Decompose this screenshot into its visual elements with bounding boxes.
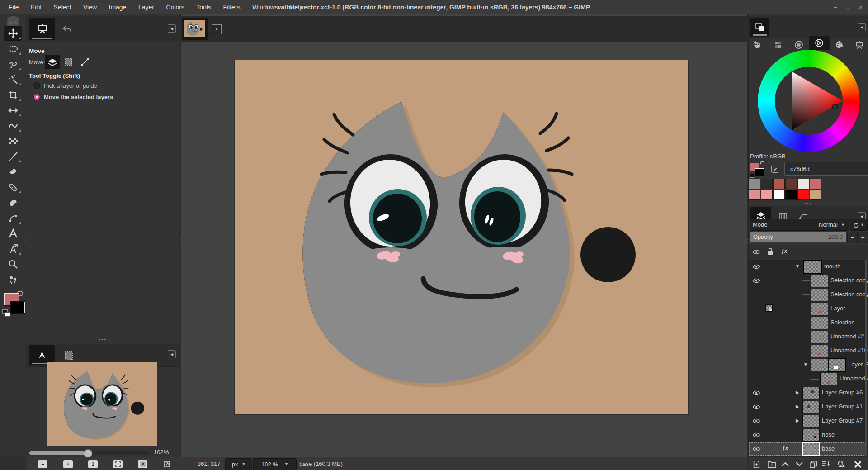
- layer-row[interactable]: Unnamed #19: [749, 344, 867, 358]
- image-canvas[interactable]: [235, 60, 688, 414]
- history-swatch[interactable]: [749, 179, 760, 189]
- tool-heal[interactable]: [4, 180, 22, 194]
- tool-flip[interactable]: [4, 104, 22, 117]
- tool-fuzzy-select[interactable]: [4, 73, 22, 86]
- swap-colors-icon[interactable]: [760, 161, 765, 166]
- layer-name[interactable]: nose: [822, 431, 835, 438]
- opacity-slider[interactable]: Opacity 100.0: [750, 232, 846, 242]
- dock-collapse-button[interactable]: ◀: [168, 24, 176, 33]
- layer-thumbnail[interactable]: [829, 359, 845, 371]
- shrink-window-button[interactable]: [161, 459, 172, 469]
- layer-row[interactable]: ▶ Layer Group #1: [749, 400, 867, 414]
- layer-thumbnail[interactable]: [811, 275, 828, 287]
- dock-collapse-button[interactable]: ◀: [168, 350, 176, 358]
- edit-color-button[interactable]: [768, 162, 782, 176]
- history-swatch[interactable]: [810, 179, 821, 189]
- zoom-out-button[interactable]: −: [38, 460, 47, 468]
- radio-pick-layer[interactable]: [33, 82, 40, 89]
- menu-image[interactable]: Image: [104, 0, 132, 14]
- navigation-preview[interactable]: [47, 362, 157, 446]
- layers-scrollbar[interactable]: [865, 260, 867, 457]
- tool-paths[interactable]: [4, 211, 22, 225]
- layer-thumbnail[interactable]: [811, 345, 828, 357]
- background-color-swatch[interactable]: [11, 302, 25, 313]
- blend-space-button[interactable]: ▼: [850, 219, 868, 231]
- history-swatch[interactable]: [786, 190, 797, 199]
- history-swatch[interactable]: [774, 179, 784, 189]
- tool-text[interactable]: [4, 227, 22, 240]
- mini-background-swatch[interactable]: [755, 168, 764, 176]
- maximize-button[interactable]: □: [842, 0, 854, 14]
- tool-move[interactable]: [4, 27, 22, 40]
- history-swatch[interactable]: [798, 179, 809, 189]
- expander-open-icon[interactable]: ▼: [795, 264, 800, 269]
- menu-colors[interactable]: Colors: [161, 0, 189, 14]
- layer-thumbnail[interactable]: [811, 317, 828, 329]
- panel-resize-handle[interactable]: ⋮: [178, 240, 180, 242]
- layer-group-thumbnail[interactable]: [811, 359, 828, 371]
- move-path-button[interactable]: [79, 57, 91, 67]
- tool-free-select[interactable]: [4, 57, 22, 71]
- layer-name[interactable]: mouth: [824, 263, 840, 270]
- hex-color-input[interactable]: c76d6d: [784, 162, 868, 176]
- history-swatch[interactable]: [798, 190, 809, 199]
- tool-paint-select[interactable]: [4, 273, 22, 286]
- mode-dropdown[interactable]: Mode Normal ▼: [750, 219, 849, 231]
- layer-row[interactable]: ▼ Layer Gr: [749, 358, 867, 372]
- menu-tools[interactable]: Tools: [191, 0, 216, 14]
- layer-thumbnail[interactable]: [811, 303, 828, 315]
- eye-icon[interactable]: [752, 389, 760, 396]
- layer-row[interactable]: ▶ Layer Group #6: [749, 386, 867, 400]
- anchor-layer-button[interactable]: [835, 459, 847, 470]
- expander-closed-icon[interactable]: ▶: [796, 404, 799, 409]
- layer-row[interactable]: ▶ Layer Group #7: [749, 414, 867, 428]
- layer-name[interactable]: base: [822, 445, 835, 452]
- layer-row[interactable]: Unnamed #: [749, 372, 867, 386]
- layer-row[interactable]: Selection copy: [749, 288, 867, 302]
- tool-pattern-fill[interactable]: [4, 134, 22, 148]
- tool-ellipse-select[interactable]: [4, 42, 22, 56]
- opacity-increase-button[interactable]: +: [858, 232, 868, 243]
- layer-thumbnail[interactable]: [803, 429, 819, 441]
- tool-smudge[interactable]: [4, 196, 22, 209]
- layer-row-selected[interactable]: ƒx base: [749, 442, 867, 456]
- move-layer-button[interactable]: [45, 55, 60, 69]
- eye-icon[interactable]: [752, 432, 760, 438]
- merge-down-button[interactable]: [820, 459, 832, 470]
- tool-measure[interactable]: [4, 242, 22, 256]
- eye-icon[interactable]: [752, 404, 760, 410]
- tool-crop[interactable]: [4, 88, 22, 102]
- expander-closed-icon[interactable]: ▶: [796, 418, 799, 423]
- menu-select[interactable]: Select: [49, 0, 76, 14]
- menu-file[interactable]: File: [4, 0, 24, 14]
- layer-thumbnail[interactable]: [821, 373, 837, 385]
- color-wheel[interactable]: [758, 50, 860, 152]
- eye-icon[interactable]: [752, 277, 760, 284]
- layer-thumbnail[interactable]: [804, 261, 821, 273]
- history-swatch[interactable]: [761, 190, 772, 199]
- tool-warp-transform[interactable]: [4, 119, 22, 133]
- layer-name[interactable]: Layer: [830, 305, 845, 312]
- layer-name[interactable]: Unnamed #2: [830, 333, 864, 340]
- menu-edit[interactable]: Edit: [26, 0, 47, 14]
- layer-row[interactable]: nose: [749, 428, 867, 442]
- menu-layer[interactable]: Layer: [133, 0, 159, 14]
- history-swatch[interactable]: [749, 190, 760, 199]
- reset-colors-icon[interactable]: [750, 174, 754, 178]
- layer-thumbnail[interactable]: [803, 443, 819, 455]
- layer-row[interactable]: Layer: [749, 302, 867, 316]
- opacity-decrease-button[interactable]: −: [847, 232, 858, 243]
- expander-closed-icon[interactable]: ▶: [796, 390, 799, 395]
- layer-name[interactable]: Selection: [830, 319, 854, 326]
- layer-fx-badge[interactable]: ƒx: [782, 445, 788, 451]
- raise-layer-button[interactable]: [779, 459, 791, 470]
- eye-icon[interactable]: [752, 418, 760, 424]
- layer-row[interactable]: Unnamed #2: [749, 330, 867, 344]
- layer-name[interactable]: Unnamed #: [840, 375, 868, 382]
- history-swatch[interactable]: [774, 190, 784, 199]
- panel-resize-handle[interactable]: •••: [799, 201, 817, 206]
- layer-name[interactable]: Unnamed #19: [830, 347, 868, 354]
- tab-tool-options[interactable]: [29, 18, 55, 40]
- saturation-triangle[interactable]: [758, 50, 860, 152]
- layer-row[interactable]: Selection copy: [749, 274, 867, 288]
